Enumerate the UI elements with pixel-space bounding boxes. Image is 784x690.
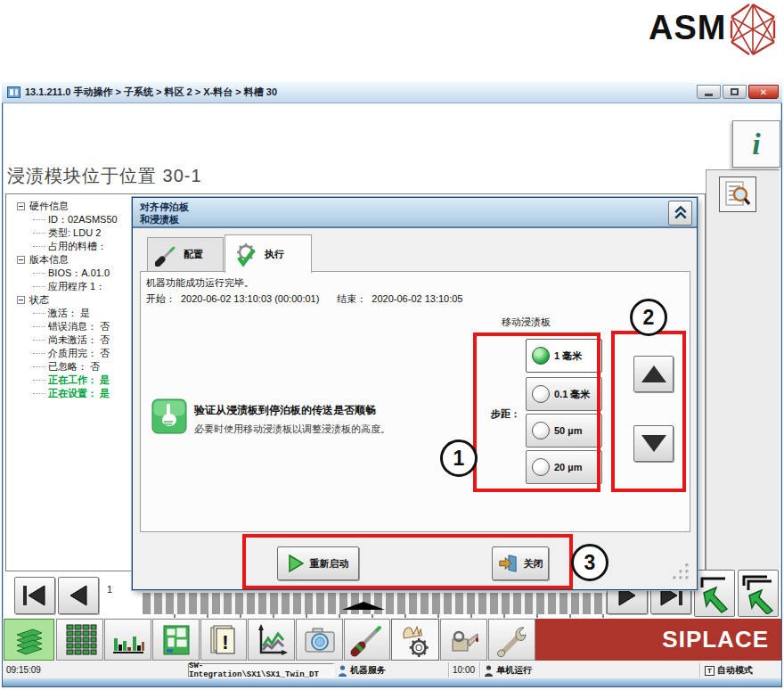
minimize-button[interactable] <box>697 85 721 99</box>
tree-leaf-label: ID：02ASMS50 <box>48 213 118 226</box>
annotation-circle-3: 3 <box>571 544 608 581</box>
screwdriver-tab-icon <box>155 243 178 267</box>
start-label: 开始： <box>146 293 176 304</box>
status-countdown: 10:00 <box>453 665 475 675</box>
toolbar-service-button[interactable] <box>488 619 535 661</box>
info-button[interactable]: i <box>732 120 780 168</box>
end-label: 结束： <box>337 293 366 304</box>
slot-page-number: 1 <box>107 584 112 595</box>
siplace-banner: SIPLACE <box>535 619 781 661</box>
previous-slot-button[interactable] <box>58 577 99 614</box>
window-title: 13.1.211.0 手动操作 > 子系统 > 料区 2 > X-料台 > 料槽… <box>25 86 277 99</box>
annotation-circle-2: 2 <box>630 299 667 336</box>
instruction-body: 必要时使用移动浸渍板以调整浸渍板的高度。 <box>194 423 390 436</box>
tree-leaf-label: 激活： 是 <box>48 307 90 320</box>
resize-grip[interactable] <box>666 562 690 583</box>
window-bottom-frame <box>3 678 781 686</box>
status-auto-mode: T 自动模式 <box>705 664 753 677</box>
window-controls: ✕ <box>697 85 779 99</box>
end-value: 2020-06-02 13:10:05 <box>372 293 462 304</box>
asm-logo: ASM <box>624 0 784 62</box>
mode-t-icon: T <box>705 666 715 676</box>
tree-node-label: 硬件信息 <box>29 200 69 213</box>
gear-check-icon <box>233 241 259 267</box>
import-button[interactable] <box>694 570 735 617</box>
collapse-node-icon[interactable] <box>17 296 25 304</box>
tree-leaf-label: 介质用完： 否 <box>48 347 110 360</box>
oil-can-icon <box>445 622 484 658</box>
maximize-icon <box>731 88 739 95</box>
operator-icon <box>484 665 494 677</box>
import-all-arrow-icon <box>740 573 776 614</box>
first-slot-button[interactable] <box>14 577 55 614</box>
tree-leaf-label: 类型: LDU 2 <box>48 226 101 240</box>
screwdriver-icon <box>347 622 387 658</box>
user-icon <box>338 665 347 677</box>
svg-text:!: ! <box>222 631 228 653</box>
tree-leaf-label: 正在设置： 是 <box>48 387 110 400</box>
app-icon <box>7 86 20 98</box>
annotation-rect-step-options <box>473 333 600 492</box>
page-title: 浸渍模块位于位置 30-1 <box>7 164 202 188</box>
tab-execute[interactable]: 执行 <box>225 234 312 273</box>
annotation-rect-updown <box>611 331 686 492</box>
maximize-button[interactable] <box>723 85 747 99</box>
board-matrix-icon <box>61 622 100 658</box>
tree-leaf-label: 正在工作： 是 <box>48 374 110 387</box>
tree-leaf-label: 占用的料槽： <box>48 240 107 253</box>
toolbar-bar-chart-button[interactable] <box>104 619 151 661</box>
import-all-button[interactable] <box>738 570 779 617</box>
tree-leaf-label: BIOS：A.01.0 <box>48 267 110 280</box>
wrench-icon <box>493 622 532 658</box>
status-line-path: SW-Integration\SX1\SX1_Twin_DT <box>188 663 334 678</box>
asm-hex-icon <box>725 2 780 57</box>
tree-leaf-label: 错误消息： 否 <box>48 320 110 333</box>
hand-gear-icon <box>395 621 436 659</box>
chevron-double-up-icon <box>673 205 689 221</box>
collapse-dialog-button[interactable] <box>668 201 692 226</box>
page: ASM 13.1.211.0 手动操作 > 子系统 > 料区 2 > X-料台 … <box>0 0 784 690</box>
collapse-node-icon[interactable] <box>17 202 25 210</box>
right-side-panel <box>706 169 780 571</box>
detail-view-button[interactable] <box>719 177 756 212</box>
toolbar-stacked-boards-button[interactable] <box>4 619 54 661</box>
previous-icon <box>63 584 94 607</box>
toolbar-message-log-button[interactable]: ! <box>200 619 247 661</box>
toolbar-screwdriver-button[interactable] <box>344 619 390 661</box>
start-value: 2020-06-02 13:10:03 (00:00:01) <box>181 293 319 304</box>
import-arrow-icon <box>697 573 732 614</box>
bar-chart-icon <box>109 622 148 658</box>
dialog-header[interactable]: 对齐停泊板 和浸渍板 <box>133 198 697 228</box>
tab-configure[interactable]: 配置 <box>147 237 224 272</box>
message-log-icon: ! <box>204 622 243 658</box>
window-titlebar[interactable]: 13.1.211.0 手动操作 > 子系统 > 料区 2 > X-料台 > 料槽… <box>2 82 782 103</box>
toolbar-trend-chart-button[interactable] <box>248 619 295 661</box>
toolbar-board-matrix-button[interactable] <box>56 619 103 661</box>
annotation-circle-1: 1 <box>440 439 478 477</box>
asm-logo-text: ASM <box>649 9 726 47</box>
toolbar-manual-operation-button[interactable] <box>391 619 439 661</box>
instruction-title: 验证从浸渍板到停泊板的传送是否顺畅 <box>194 403 376 418</box>
pcb-module-icon <box>157 622 196 658</box>
first-icon <box>20 584 50 607</box>
close-window-button[interactable]: ✕ <box>748 85 779 99</box>
trend-chart-icon <box>252 622 291 658</box>
tree-leaf-label: 应用程序 1： <box>48 280 105 293</box>
tree-node-label: 状态 <box>29 293 49 307</box>
move-dip-board-label: 移动浸渍板 <box>502 316 551 329</box>
toolbar-camera-button[interactable] <box>296 619 343 661</box>
collapse-node-icon[interactable] <box>17 256 25 264</box>
status-machine-service: 机器服务 <box>338 664 386 677</box>
dialog-title: 对齐停泊板 和浸渍板 <box>140 201 189 226</box>
status-bar: 09:15:09 SW-Integration\SX1\SX1_Twin_DT … <box>3 661 781 678</box>
toolbar-maintenance-button[interactable] <box>440 619 487 661</box>
toolbar-pcb-module-button[interactable] <box>152 619 200 661</box>
tree-leaf-label: 尚未激活： 否 <box>48 333 110 347</box>
status-standalone-mode: 单机运行 <box>484 664 532 677</box>
slot-marker-icon <box>342 602 385 610</box>
annotation-rect-actions <box>242 534 573 589</box>
execute-tab-panel: 机器功能成功运行完毕。 开始：2020-06-02 13:10:03 (00:0… <box>140 271 690 532</box>
status-time: 09:15:09 <box>6 665 41 675</box>
magnifier-document-icon <box>723 180 752 209</box>
tree-node-label: 版本信息 <box>29 253 69 267</box>
